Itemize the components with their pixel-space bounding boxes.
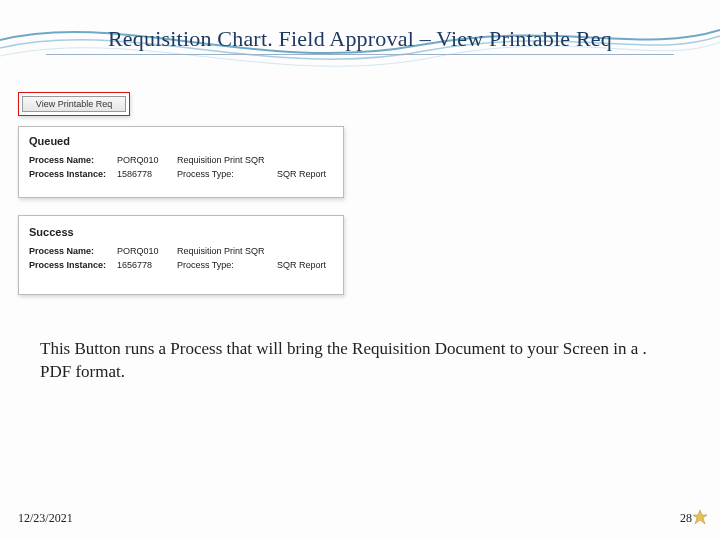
value-process-name-desc: Requisition Print SQR <box>177 155 277 165</box>
success-heading: Success <box>29 226 333 238</box>
value-process-name: PORQ010 <box>117 155 177 165</box>
queued-panel: Queued Process Name: PORQ010 Requisition… <box>18 126 344 198</box>
label-process-name: Process Name: <box>29 246 117 256</box>
value-process-type: SQR Report <box>277 260 333 270</box>
footer-date: 12/23/2021 <box>18 511 73 526</box>
value-process-instance: 1656778 <box>117 260 177 270</box>
success-row-name: Process Name: PORQ010 Requisition Print … <box>29 246 333 256</box>
caption-text: This Button runs a Process that will bri… <box>40 338 680 384</box>
label-process-type: Process Type: <box>177 260 277 270</box>
label-process-instance: Process Instance: <box>29 169 117 179</box>
queued-heading: Queued <box>29 135 333 147</box>
queued-row-name: Process Name: PORQ010 Requisition Print … <box>29 155 333 165</box>
view-printable-req-button[interactable]: View Printable Req <box>22 96 126 112</box>
label-process-type: Process Type: <box>177 169 277 179</box>
label-process-name: Process Name: <box>29 155 117 165</box>
svg-marker-0 <box>693 510 707 524</box>
page-number-value: 28 <box>680 511 692 525</box>
success-row-instance: Process Instance: 1656778 Process Type: … <box>29 260 333 270</box>
value-process-instance: 1586778 <box>117 169 177 179</box>
value-process-type: SQR Report <box>277 169 333 179</box>
label-process-instance: Process Instance: <box>29 260 117 270</box>
view-printable-req-highlight: View Printable Req <box>18 92 130 116</box>
footer-page-number: 28 <box>680 511 692 526</box>
value-process-name: PORQ010 <box>117 246 177 256</box>
page-title: Requisition Chart. Field Approval – View… <box>0 26 720 52</box>
value-process-name-desc: Requisition Print SQR <box>177 246 277 256</box>
title-underline <box>46 54 674 55</box>
star-icon <box>692 509 708 525</box>
queued-row-instance: Process Instance: 1586778 Process Type: … <box>29 169 333 179</box>
success-panel: Success Process Name: PORQ010 Requisitio… <box>18 215 344 295</box>
